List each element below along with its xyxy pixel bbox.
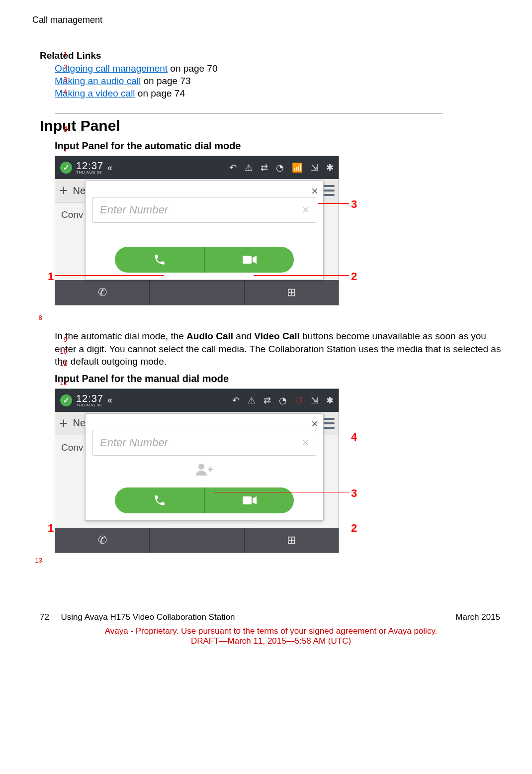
svg-rect-3 bbox=[210, 467, 211, 472]
line-number: 12 bbox=[52, 379, 67, 387]
related-links-heading: Related Links bbox=[40, 50, 502, 61]
clock-icon: ◔ bbox=[276, 162, 284, 173]
status-date: THU AUG 08 bbox=[76, 403, 103, 407]
callout-3: 3 bbox=[351, 198, 357, 211]
plus-icon: + bbox=[59, 415, 68, 432]
link-suffix: on page 74 bbox=[135, 88, 185, 98]
add-contact-icon bbox=[92, 463, 316, 479]
footer-title: Using Avaya H175 Video Collaboration Sta… bbox=[61, 612, 235, 622]
warning-icon: ⚠ bbox=[248, 395, 256, 406]
clear-input-icon: × bbox=[302, 436, 309, 449]
popup-close-icon: × bbox=[311, 184, 318, 198]
footer-date: March 2015 bbox=[455, 612, 500, 622]
link-suffix: on page 70 bbox=[168, 63, 217, 74]
video-call-button bbox=[205, 247, 294, 273]
popup-close-icon: × bbox=[311, 417, 318, 431]
sync-icon: ⇄ bbox=[261, 162, 268, 173]
warning-icon: ⚠ bbox=[245, 162, 253, 173]
link-suffix: on page 73 bbox=[141, 76, 190, 86]
clear-input-icon: × bbox=[302, 203, 309, 216]
line-number: 7 bbox=[52, 146, 67, 154]
screenshot-auto-dial: ✓ 12:37 THU AUG 08 « ↶ ⚠ ⇄ ◔ 📶 ⇲ ✱ bbox=[55, 156, 339, 305]
callout-1: 1 bbox=[48, 522, 54, 535]
video-call-button bbox=[205, 487, 294, 513]
wifi-icon: 📶 bbox=[292, 162, 303, 173]
bottombar-dialpad-icon: ⊞ bbox=[245, 528, 339, 553]
callout-1: 1 bbox=[48, 270, 54, 283]
bottombar-dialpad-icon: ⊞ bbox=[245, 280, 339, 305]
missed-call-icon: ↶ bbox=[229, 162, 237, 173]
status-ok-icon: ✓ bbox=[60, 162, 72, 174]
audio-call-button bbox=[115, 247, 205, 273]
page-number: 72 bbox=[40, 612, 49, 622]
voicemail-icon: ⚇ bbox=[295, 395, 303, 406]
link-outgoing-call-management[interactable]: Outgoing call management bbox=[55, 63, 168, 74]
sync-icon: ⇄ bbox=[264, 395, 271, 406]
footer-draft: DRAFT—March 11, 2015—5:58 AM (UTC) bbox=[40, 636, 502, 646]
line-number: 1 bbox=[52, 50, 67, 58]
subheading-manual-dial: Input Panel for the manual dial mode bbox=[55, 373, 502, 385]
number-input: Enter Number × bbox=[92, 197, 316, 223]
missed-call-icon: ↶ bbox=[232, 395, 240, 406]
screenshot-manual-dial: ✓ 12:37 THU AUG 08 « ↶ ⚠ ⇄ ◔ ⚇ ⇲ ✱ bbox=[55, 388, 339, 553]
svg-rect-4 bbox=[243, 496, 252, 504]
bottombar-blank bbox=[150, 528, 244, 553]
line-number: 3 bbox=[52, 76, 67, 83]
input-placeholder: Enter Number bbox=[100, 436, 168, 449]
line-number: 4 bbox=[52, 88, 67, 96]
page-header: Call management bbox=[32, 15, 502, 25]
chevron-left-icon: « bbox=[107, 395, 112, 405]
footer-proprietary: Avaya - Proprietary. Use pursuant to the… bbox=[40, 626, 502, 636]
callout-3: 3 bbox=[351, 487, 357, 500]
line-number: 8 bbox=[27, 314, 42, 321]
section-divider bbox=[55, 113, 443, 113]
device-icon: ⇲ bbox=[311, 162, 318, 173]
line-number: 10 bbox=[52, 348, 67, 355]
status-time: 12:37 bbox=[76, 161, 103, 171]
device-icon: ⇲ bbox=[311, 395, 318, 406]
number-input: Enter Number × bbox=[92, 430, 316, 456]
svg-point-1 bbox=[198, 464, 204, 470]
clock-icon: ◔ bbox=[279, 395, 287, 406]
section-heading-input-panel: Input Panel bbox=[40, 117, 502, 134]
callout-2: 2 bbox=[351, 522, 357, 535]
line-number: 6 bbox=[52, 124, 67, 132]
line-number: 9 bbox=[52, 336, 67, 343]
audio-call-button bbox=[115, 487, 205, 513]
line-number: 2 bbox=[52, 63, 67, 71]
link-making-audio-call[interactable]: Making an audio call bbox=[55, 76, 141, 86]
bluetooth-icon: ✱ bbox=[326, 162, 334, 173]
subheading-auto-dial: Input Panel for the automatic dial mode bbox=[55, 140, 502, 152]
input-placeholder: Enter Number bbox=[100, 203, 168, 216]
paragraph-auto-dial: In the automatic dial mode, the Audio Ca… bbox=[55, 330, 502, 368]
status-time: 12:37 bbox=[76, 393, 103, 403]
status-ok-icon: ✓ bbox=[60, 394, 72, 406]
bottombar-blank bbox=[150, 280, 244, 305]
callout-4: 4 bbox=[351, 431, 357, 444]
line-number: 13 bbox=[27, 557, 42, 564]
status-date: THU AUG 08 bbox=[76, 171, 103, 175]
bluetooth-icon: ✱ bbox=[326, 395, 334, 406]
chevron-left-icon: « bbox=[107, 163, 112, 173]
line-number: 11 bbox=[52, 360, 67, 367]
bottombar-phone-icon: ✆ bbox=[55, 280, 150, 305]
callout-2: 2 bbox=[351, 270, 357, 283]
bottombar-phone-icon: ✆ bbox=[55, 528, 150, 553]
svg-rect-0 bbox=[243, 256, 252, 264]
plus-icon: + bbox=[59, 182, 68, 199]
